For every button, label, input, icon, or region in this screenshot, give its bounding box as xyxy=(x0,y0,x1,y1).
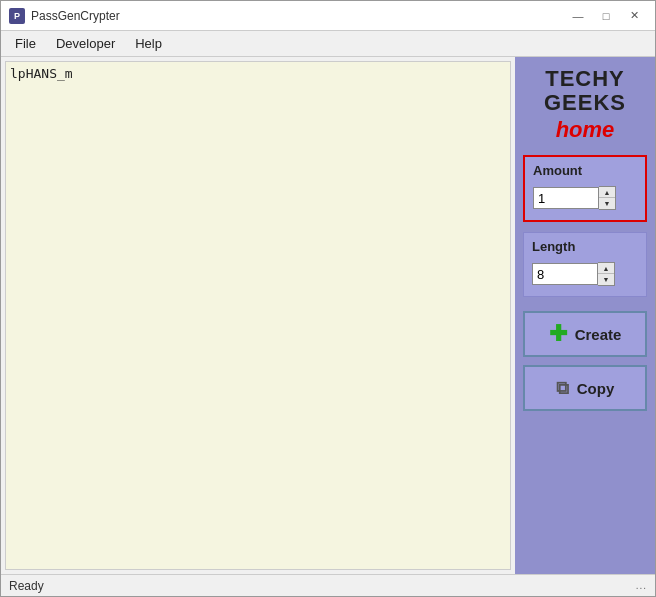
amount-label: Amount xyxy=(533,163,637,178)
amount-spin-up[interactable]: ▲ xyxy=(599,187,615,198)
app-window: P PassGenCrypter — □ ✕ File Developer He… xyxy=(0,0,656,597)
copy-icon: ⧉ xyxy=(556,378,569,399)
length-spinner: ▲ ▼ xyxy=(532,262,638,286)
text-content: lpHANS_m xyxy=(10,66,73,81)
main-content: lpHANS_m TECHY GEEKS home Amount ▲ ▼ xyxy=(1,57,655,574)
minimize-button[interactable]: — xyxy=(565,6,591,26)
length-spin-buttons: ▲ ▼ xyxy=(598,262,615,286)
length-box: Length ▲ ▼ xyxy=(523,232,647,297)
brand-text: TECHY GEEKS xyxy=(544,67,626,115)
amount-spin-down[interactable]: ▼ xyxy=(599,198,615,209)
window-title: PassGenCrypter xyxy=(31,9,120,23)
create-label: Create xyxy=(575,326,622,343)
length-spin-up[interactable]: ▲ xyxy=(598,263,614,274)
create-button[interactable]: ✚ Create xyxy=(523,311,647,357)
title-bar-left: P PassGenCrypter xyxy=(9,8,120,24)
maximize-button[interactable]: □ xyxy=(593,6,619,26)
length-spin-down[interactable]: ▼ xyxy=(598,274,614,285)
length-label: Length xyxy=(532,239,638,254)
title-bar: P PassGenCrypter — □ ✕ xyxy=(1,1,655,31)
copy-button[interactable]: ⧉ Copy xyxy=(523,365,647,411)
amount-input[interactable] xyxy=(533,187,599,209)
text-panel[interactable]: lpHANS_m xyxy=(5,61,511,570)
menu-help[interactable]: Help xyxy=(125,34,172,53)
menu-bar: File Developer Help xyxy=(1,31,655,57)
copy-label: Copy xyxy=(577,380,615,397)
amount-spin-buttons: ▲ ▼ xyxy=(599,186,616,210)
status-bar: Ready ... xyxy=(1,574,655,596)
amount-box: Amount ▲ ▼ xyxy=(523,155,647,222)
plus-icon: ✚ xyxy=(549,323,567,345)
right-panel: TECHY GEEKS home Amount ▲ ▼ Length xyxy=(515,57,655,574)
menu-developer[interactable]: Developer xyxy=(46,34,125,53)
status-text: Ready xyxy=(9,579,636,593)
app-icon: P xyxy=(9,8,25,24)
brand-home: home xyxy=(556,117,615,143)
menu-file[interactable]: File xyxy=(5,34,46,53)
status-dots: ... xyxy=(636,580,647,591)
title-controls: — □ ✕ xyxy=(565,6,647,26)
close-button[interactable]: ✕ xyxy=(621,6,647,26)
length-input[interactable] xyxy=(532,263,598,285)
amount-spinner: ▲ ▼ xyxy=(533,186,637,210)
